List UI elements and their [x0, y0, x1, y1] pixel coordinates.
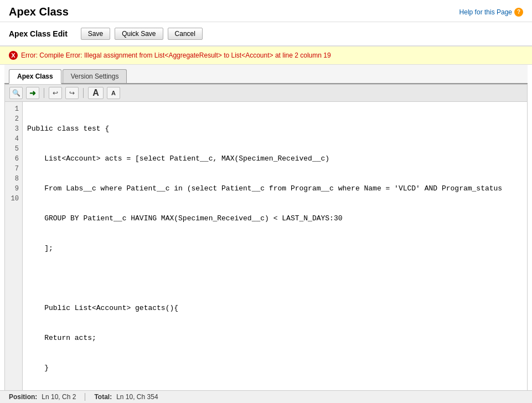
code-editor[interactable]: 1 2 3 4 5 6 7 8 9 10 Public class test {… — [5, 102, 527, 403]
help-link-text: Help for this Page — [459, 8, 512, 16]
total-label: Total: — [94, 393, 112, 401]
tab-version-settings[interactable]: Version Settings — [63, 69, 127, 83]
code-line-3: From Labs__c where Patient__c in (select… — [27, 184, 523, 194]
go-button[interactable]: ➜ — [26, 87, 39, 99]
position-label: Position: — [9, 393, 37, 401]
status-separator — [85, 393, 85, 401]
cancel-button[interactable]: Cancel — [168, 28, 203, 40]
total-item: Total: Ln 10, Ch 354 — [94, 393, 158, 401]
total-value: Ln 10, Ch 354 — [116, 393, 158, 401]
help-link[interactable]: Help for this Page ? — [459, 8, 523, 17]
main-content: Apex Class Version Settings 🔍 ➜ ↩ ↪ A A … — [0, 65, 532, 403]
divider-2 — [83, 88, 84, 98]
tab-apex-class[interactable]: Apex Class — [9, 69, 61, 84]
code-content[interactable]: Public class test { List<Account> acts =… — [23, 102, 527, 403]
code-line-1: Public class test { — [27, 124, 523, 134]
error-banner: X Error: Compile Error: Illegal assignme… — [0, 46, 532, 65]
line-numbers: 1 2 3 4 5 6 7 8 9 10 — [5, 102, 23, 403]
font-decrease-button[interactable]: A — [107, 87, 120, 99]
toolbar: Apex Class Edit Save Quick Save Cancel — [0, 22, 532, 46]
quick-save-button[interactable]: Quick Save — [115, 28, 163, 40]
divider-1 — [44, 88, 44, 98]
font-increase-button[interactable]: A — [88, 87, 104, 99]
section-title: Apex Class Edit — [9, 29, 68, 38]
error-message: Error: Compile Error: Illegal assignment… — [21, 51, 331, 59]
code-line-8: Return acts; — [27, 333, 523, 343]
help-icon: ? — [514, 8, 523, 17]
code-line-6 — [27, 273, 523, 283]
undo-button[interactable]: ↩ — [49, 87, 62, 99]
code-line-2: List<Account> acts = [select Patient__c,… — [27, 154, 523, 164]
tabs-bar: Apex Class Version Settings — [4, 65, 528, 84]
save-button[interactable]: Save — [81, 28, 110, 40]
error-icon: X — [9, 51, 18, 60]
page-header: Apex Class Help for this Page ? — [0, 0, 532, 22]
redo-button[interactable]: ↪ — [65, 87, 79, 99]
code-line-5: ]; — [27, 244, 523, 254]
position-item: Position: Ln 10, Ch 2 — [9, 393, 76, 401]
code-line-9: } — [27, 363, 523, 373]
search-button[interactable]: 🔍 — [9, 87, 23, 99]
position-value: Ln 10, Ch 2 — [42, 393, 76, 401]
page-title: Apex Class — [9, 6, 69, 18]
editor-container: 🔍 ➜ ↩ ↪ A A 1 2 3 4 5 6 7 8 9 10 — [4, 84, 528, 403]
status-bar: Position: Ln 10, Ch 2 Total: Ln 10, Ch 3… — [0, 390, 532, 403]
editor-toolbar: 🔍 ➜ ↩ ↪ A A — [5, 85, 527, 102]
code-line-7: Public List<Account> getacts(){ — [27, 303, 523, 313]
code-line-4: GROUP BY Patient__c HAVING MAX(Specimen_… — [27, 214, 523, 224]
